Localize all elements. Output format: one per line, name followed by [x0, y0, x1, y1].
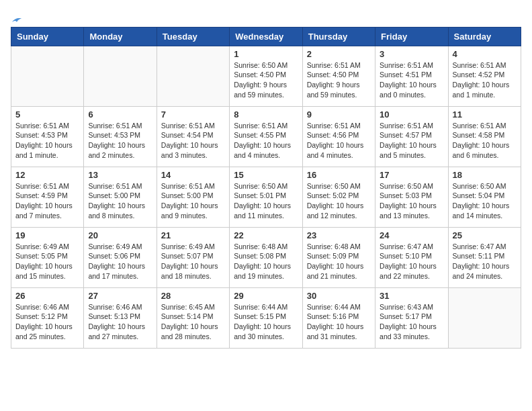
day-number-6: 6: [88, 109, 152, 120]
day-number-1: 1: [234, 49, 298, 59]
day-number-10: 10: [380, 109, 443, 120]
weekday-header-sunday: Sunday: [11, 27, 84, 46]
day-info-8: Sunrise: 6:51 AMSunset: 4:55 PMDaylight:…: [234, 121, 298, 161]
day-info-26: Sunrise: 6:46 AMSunset: 5:12 PMDaylight:…: [15, 302, 79, 342]
weekday-header-friday: Friday: [375, 27, 448, 46]
day-cell-8: 8Sunrise: 6:51 AMSunset: 4:55 PMDaylight…: [230, 106, 302, 167]
day-info-13: Sunrise: 6:51 AMSunset: 5:00 PMDaylight:…: [88, 181, 152, 221]
day-number-15: 15: [234, 170, 298, 180]
day-cell-13: 13Sunrise: 6:51 AMSunset: 5:00 PMDayligh…: [84, 167, 157, 227]
week-row-1: 1Sunrise: 6:50 AMSunset: 4:50 PMDaylight…: [11, 46, 521, 106]
day-number-31: 31: [380, 291, 443, 301]
day-info-28: Sunrise: 6:45 AMSunset: 5:14 PMDaylight:…: [161, 302, 225, 342]
day-info-10: Sunrise: 6:51 AMSunset: 4:57 PMDaylight:…: [380, 121, 443, 161]
day-cell-27: 27Sunrise: 6:46 AMSunset: 5:13 PMDayligh…: [84, 287, 157, 348]
day-cell-21: 21Sunrise: 6:49 AMSunset: 5:07 PMDayligh…: [157, 227, 229, 287]
day-number-3: 3: [380, 49, 443, 59]
day-info-7: Sunrise: 6:51 AMSunset: 4:54 PMDaylight:…: [161, 121, 225, 161]
day-info-21: Sunrise: 6:49 AMSunset: 5:07 PMDaylight:…: [161, 242, 225, 281]
day-cell-19: 19Sunrise: 6:49 AMSunset: 5:05 PMDayligh…: [11, 227, 84, 287]
day-info-11: Sunrise: 6:51 AMSunset: 4:58 PMDaylight:…: [453, 121, 517, 161]
day-number-5: 5: [15, 109, 79, 120]
day-info-22: Sunrise: 6:48 AMSunset: 5:08 PMDaylight:…: [234, 242, 298, 281]
day-cell-26: 26Sunrise: 6:46 AMSunset: 5:12 PMDayligh…: [11, 287, 84, 348]
day-cell-15: 15Sunrise: 6:50 AMSunset: 5:01 PMDayligh…: [230, 167, 302, 227]
day-number-17: 17: [380, 170, 443, 180]
week-row-3: 12Sunrise: 6:51 AMSunset: 4:59 PMDayligh…: [11, 167, 521, 227]
day-number-27: 27: [88, 291, 152, 301]
calendar-table: SundayMondayTuesdayWednesdayThursdayFrid…: [11, 27, 521, 349]
day-cell-6: 6Sunrise: 6:51 AMSunset: 4:53 PMDaylight…: [84, 106, 157, 167]
day-cell-29: 29Sunrise: 6:44 AMSunset: 5:15 PMDayligh…: [230, 287, 302, 348]
day-number-23: 23: [307, 230, 371, 240]
day-info-6: Sunrise: 6:51 AMSunset: 4:53 PMDaylight:…: [88, 121, 152, 161]
day-number-21: 21: [161, 230, 225, 240]
day-number-13: 13: [88, 170, 152, 180]
day-cell-25: 25Sunrise: 6:47 AMSunset: 5:11 PMDayligh…: [448, 227, 521, 287]
day-number-30: 30: [307, 291, 371, 301]
day-info-19: Sunrise: 6:49 AMSunset: 5:05 PMDaylight:…: [15, 242, 79, 281]
day-info-12: Sunrise: 6:51 AMSunset: 4:59 PMDaylight:…: [15, 181, 79, 221]
day-number-7: 7: [161, 109, 225, 120]
day-info-24: Sunrise: 6:47 AMSunset: 5:10 PMDaylight:…: [380, 242, 443, 281]
day-number-18: 18: [453, 170, 517, 180]
day-cell-20: 20Sunrise: 6:49 AMSunset: 5:06 PMDayligh…: [84, 227, 157, 287]
day-number-28: 28: [161, 291, 225, 301]
week-row-2: 5Sunrise: 6:51 AMSunset: 4:53 PMDaylight…: [11, 106, 521, 167]
day-number-11: 11: [453, 109, 517, 120]
day-number-14: 14: [161, 170, 225, 180]
day-info-15: Sunrise: 6:50 AMSunset: 5:01 PMDaylight:…: [234, 181, 298, 221]
logo: [11, 13, 23, 27]
day-info-2: Sunrise: 6:51 AMSunset: 4:50 PMDaylight:…: [307, 60, 371, 100]
week-row-5: 26Sunrise: 6:46 AMSunset: 5:12 PMDayligh…: [11, 287, 521, 348]
day-cell-10: 10Sunrise: 6:51 AMSunset: 4:57 PMDayligh…: [375, 106, 448, 167]
day-info-25: Sunrise: 6:47 AMSunset: 5:11 PMDaylight:…: [453, 242, 517, 281]
day-cell-22: 22Sunrise: 6:48 AMSunset: 5:08 PMDayligh…: [230, 227, 302, 287]
day-cell-5: 5Sunrise: 6:51 AMSunset: 4:53 PMDaylight…: [11, 106, 84, 167]
day-cell-11: 11Sunrise: 6:51 AMSunset: 4:58 PMDayligh…: [448, 106, 521, 167]
empty-cell: [84, 46, 157, 106]
day-number-22: 22: [234, 230, 298, 240]
day-info-18: Sunrise: 6:50 AMSunset: 5:04 PMDaylight:…: [453, 181, 517, 221]
day-cell-9: 9Sunrise: 6:51 AMSunset: 4:56 PMDaylight…: [302, 106, 375, 167]
weekday-header-saturday: Saturday: [448, 27, 521, 46]
day-info-31: Sunrise: 6:43 AMSunset: 5:17 PMDaylight:…: [380, 302, 443, 342]
day-info-17: Sunrise: 6:50 AMSunset: 5:03 PMDaylight:…: [380, 181, 443, 221]
day-number-24: 24: [380, 230, 443, 240]
day-number-25: 25: [453, 230, 517, 240]
day-cell-24: 24Sunrise: 6:47 AMSunset: 5:10 PMDayligh…: [375, 227, 448, 287]
weekday-header-tuesday: Tuesday: [157, 27, 229, 46]
day-number-26: 26: [15, 291, 79, 301]
day-info-20: Sunrise: 6:49 AMSunset: 5:06 PMDaylight:…: [88, 242, 152, 281]
empty-cell: [157, 46, 229, 106]
day-number-19: 19: [15, 230, 79, 240]
day-info-1: Sunrise: 6:50 AMSunset: 4:50 PMDaylight:…: [234, 60, 298, 100]
day-cell-12: 12Sunrise: 6:51 AMSunset: 4:59 PMDayligh…: [11, 167, 84, 227]
empty-cell: [11, 46, 84, 106]
day-cell-28: 28Sunrise: 6:45 AMSunset: 5:14 PMDayligh…: [157, 287, 229, 348]
day-number-20: 20: [88, 230, 152, 240]
day-number-8: 8: [234, 109, 298, 120]
day-number-2: 2: [307, 49, 371, 59]
day-cell-1: 1Sunrise: 6:50 AMSunset: 4:50 PMDaylight…: [230, 46, 302, 106]
day-cell-14: 14Sunrise: 6:51 AMSunset: 5:00 PMDayligh…: [157, 167, 229, 227]
day-number-12: 12: [15, 170, 79, 180]
day-cell-7: 7Sunrise: 6:51 AMSunset: 4:54 PMDaylight…: [157, 106, 229, 167]
weekday-header-monday: Monday: [84, 27, 157, 46]
day-cell-18: 18Sunrise: 6:50 AMSunset: 5:04 PMDayligh…: [448, 167, 521, 227]
day-cell-23: 23Sunrise: 6:48 AMSunset: 5:09 PMDayligh…: [302, 227, 375, 287]
day-cell-31: 31Sunrise: 6:43 AMSunset: 5:17 PMDayligh…: [375, 287, 448, 348]
day-info-23: Sunrise: 6:48 AMSunset: 5:09 PMDaylight:…: [307, 242, 371, 281]
day-cell-3: 3Sunrise: 6:51 AMSunset: 4:51 PMDaylight…: [375, 46, 448, 106]
day-number-4: 4: [453, 49, 517, 59]
day-info-27: Sunrise: 6:46 AMSunset: 5:13 PMDaylight:…: [88, 302, 152, 342]
day-info-30: Sunrise: 6:44 AMSunset: 5:16 PMDaylight:…: [307, 302, 371, 342]
day-cell-4: 4Sunrise: 6:51 AMSunset: 4:52 PMDaylight…: [448, 46, 521, 106]
day-info-16: Sunrise: 6:50 AMSunset: 5:02 PMDaylight:…: [307, 181, 371, 221]
day-info-14: Sunrise: 6:51 AMSunset: 5:00 PMDaylight:…: [161, 181, 225, 221]
day-cell-30: 30Sunrise: 6:44 AMSunset: 5:16 PMDayligh…: [302, 287, 375, 348]
day-cell-2: 2Sunrise: 6:51 AMSunset: 4:50 PMDaylight…: [302, 46, 375, 106]
empty-cell: [448, 287, 521, 348]
day-info-3: Sunrise: 6:51 AMSunset: 4:51 PMDaylight:…: [380, 60, 443, 100]
day-info-29: Sunrise: 6:44 AMSunset: 5:15 PMDaylight:…: [234, 302, 298, 342]
